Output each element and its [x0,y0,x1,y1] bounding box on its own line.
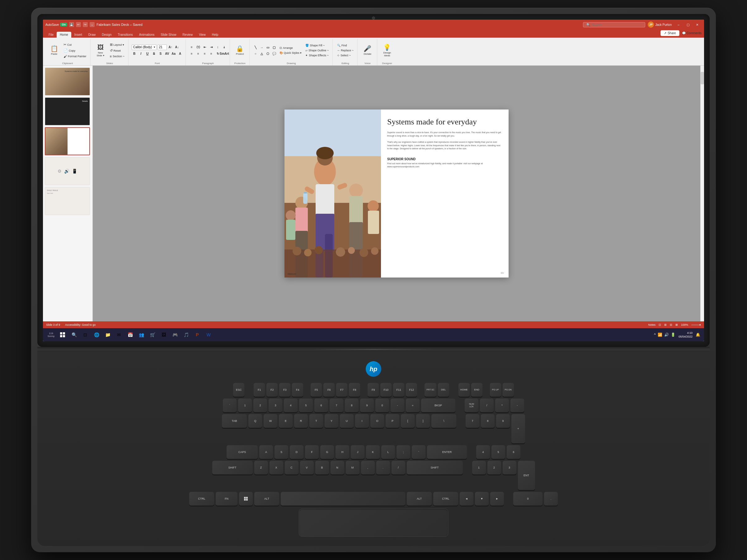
battery-icon[interactable]: 🔋 [671,332,675,337]
key-3[interactable]: 3 [268,399,282,412]
triangle-tool[interactable]: △ [259,51,264,56]
key-e[interactable]: E [279,414,292,428]
key-period[interactable]: . [376,461,390,475]
key-5[interactable]: 5 [299,399,313,412]
key-backslash[interactable]: \ [431,414,456,428]
key-num0[interactable]: 0 [513,492,542,506]
key-num5[interactable]: 5 [491,445,505,459]
char-spacing-button[interactable]: AV [164,51,170,57]
minimize-button[interactable]: – [674,22,683,28]
key-g[interactable]: G [320,445,334,459]
key-6[interactable]: 6 [314,399,328,412]
notes-button[interactable]: Notes [648,323,656,326]
key-f1[interactable]: F1 [254,383,265,397]
key-n[interactable]: N [331,461,344,475]
font-size-selector[interactable]: 21 [157,45,167,50]
increase-indent-button[interactable]: ⇥ [209,45,214,50]
numbering-button[interactable]: ⑴ [196,45,201,50]
case-button[interactable]: Aa [171,51,177,57]
key-f7[interactable]: F7 [336,383,347,397]
key-right[interactable]: ► [490,492,504,506]
key-ctrl-right[interactable]: CTRL [433,492,458,506]
key-f5[interactable]: F5 [311,383,322,397]
key-esc[interactable]: ESC [233,383,244,397]
key-pgup[interactable]: PG UP [490,383,501,397]
key-end[interactable]: END [471,383,483,397]
key-fn[interactable]: FN [216,492,237,506]
explorer-button[interactable]: 📁 [103,330,112,339]
key-f11[interactable]: F11 [393,383,404,397]
key-z[interactable]: Z [254,461,268,475]
view-grid-icon[interactable]: ⊞ [664,323,667,326]
key-t[interactable]: T [309,414,323,428]
key-f8[interactable]: F8 [349,383,360,397]
cut-button[interactable]: ✂ Cut [62,42,88,47]
key-shift-right[interactable]: SHIFT [407,461,463,475]
key-equals[interactable]: = [406,399,419,412]
tab-animations[interactable]: Animations [136,32,157,38]
slide-thumb-5[interactable]: DAILY RULE Item text [45,187,90,215]
key-i[interactable]: I [355,414,369,428]
new-slide-button[interactable]: 🖼 NewSlide ▾ [94,40,107,61]
slide-thumb-3[interactable] [45,127,90,155]
key-4[interactable]: 4 [284,399,298,412]
shape-outline-button[interactable]: ▱ Shape Outline ~ [304,48,330,53]
key-numenter[interactable]: ENT [518,461,535,490]
search-input[interactable] [592,23,642,26]
strikethrough-button[interactable]: S [151,51,157,57]
notification-icon[interactable]: 🔔 [696,332,700,337]
key-m[interactable]: M [346,461,360,475]
key-numdiv[interactable]: / [480,399,494,412]
key-backspace[interactable]: BKSP [421,399,455,412]
xbox-button[interactable]: 🎮 [171,330,179,339]
tab-home[interactable]: Home [57,32,71,38]
more-icon[interactable]: ⌄ [89,22,95,27]
start-button[interactable] [58,330,67,340]
key-delete[interactable]: DEL [438,383,449,397]
key-x[interactable]: X [269,461,283,475]
tab-file[interactable]: File [46,32,57,38]
reset-button[interactable]: ↺ Reset [109,48,126,53]
key-v[interactable]: V [300,461,314,475]
key-8[interactable]: 8 [345,399,359,412]
font-shrink-button[interactable]: A↓ [174,45,180,50]
line-tool[interactable]: ╲ [253,45,258,50]
search-taskbar-button[interactable]: 🔍 [70,330,78,339]
key-f4[interactable]: F4 [292,383,303,397]
autosave-toggle[interactable]: On [60,23,67,26]
key-ctrl-left[interactable]: CTRL [189,492,214,506]
align-left-button[interactable]: ≡ [189,51,195,57]
key-alt-left[interactable]: ALT [254,492,279,506]
shadow-button[interactable]: S [158,51,163,57]
tab-review[interactable]: Review [179,32,196,38]
key-rbracket[interactable]: ] [416,414,430,428]
key-b[interactable]: B [315,461,329,475]
oval-tool[interactable]: ○ [253,51,258,56]
bold-button[interactable]: B [132,51,137,57]
justify-button[interactable]: ≡ [209,51,214,57]
zoom-slider[interactable]: ────● [691,323,701,326]
paste-button[interactable]: 📋 Paste [47,40,61,61]
underline-button[interactable]: U [145,51,150,57]
key-f2[interactable]: F2 [266,383,278,397]
key-d[interactable]: D [290,445,304,459]
key-tab[interactable]: TAB [222,414,247,428]
slide-thumb-2[interactable]: Details [45,97,90,125]
view-normal-icon[interactable]: ⊡ [659,323,661,326]
restore-button[interactable]: ▢ [684,22,692,28]
key-quote[interactable]: ' [412,445,426,459]
align-center-button[interactable]: ≡ [196,51,201,57]
teams-button[interactable]: 👥 [137,330,146,339]
key-9[interactable]: 9 [360,399,374,412]
key-pgdn[interactable]: PG DN [503,383,514,397]
redo-icon[interactable]: ↪ [83,22,88,27]
find-button[interactable]: 🔍 Find [336,43,355,48]
spotify-button[interactable]: 🎵 [182,330,190,339]
font-color-button[interactable]: A [177,51,183,57]
decrease-indent-button[interactable]: ⇤ [202,45,208,50]
key-w[interactable]: W [264,414,277,428]
dictate-button[interactable]: 🎤 Dictate [361,40,375,61]
key-j[interactable]: J [351,445,364,459]
key-c[interactable]: C [285,461,299,475]
copy-button[interactable]: 📄 Copy [62,48,88,53]
